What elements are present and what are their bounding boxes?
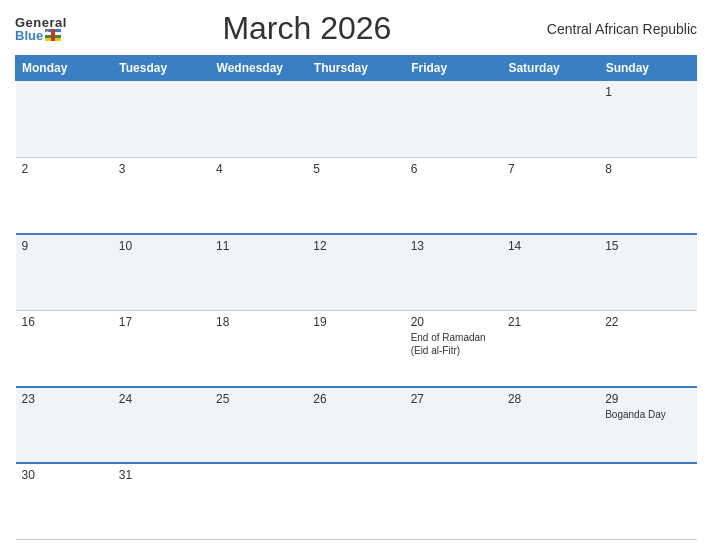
day-number: 6 <box>411 162 496 176</box>
calendar-cell <box>502 81 599 158</box>
page-header: General Blue March 2026 Central African … <box>15 10 697 47</box>
day-number: 21 <box>508 315 593 329</box>
day-number: 19 <box>313 315 398 329</box>
calendar-cell: 6 <box>405 157 502 234</box>
day-number: 11 <box>216 239 301 253</box>
calendar-cell <box>405 463 502 540</box>
day-number: 26 <box>313 392 398 406</box>
weekday-header-saturday: Saturday <box>502 56 599 81</box>
calendar-week-row: 1 <box>16 81 697 158</box>
calendar-cell: 13 <box>405 234 502 311</box>
calendar-cell: 24 <box>113 387 210 464</box>
day-number: 9 <box>22 239 107 253</box>
country-name: Central African Republic <box>547 21 697 37</box>
calendar-week-row: 2345678 <box>16 157 697 234</box>
calendar-title: March 2026 <box>222 10 391 47</box>
day-number: 27 <box>411 392 496 406</box>
day-number: 25 <box>216 392 301 406</box>
calendar-week-row: 9101112131415 <box>16 234 697 311</box>
calendar-cell: 3 <box>113 157 210 234</box>
day-number: 8 <box>605 162 690 176</box>
calendar-cell: 31 <box>113 463 210 540</box>
calendar-cell: 5 <box>307 157 404 234</box>
calendar-cell: 2 <box>16 157 113 234</box>
logo-flag-icon <box>45 29 61 41</box>
calendar-cell: 15 <box>599 234 696 311</box>
calendar-cell <box>502 463 599 540</box>
calendar-cell: 23 <box>16 387 113 464</box>
weekday-header-thursday: Thursday <box>307 56 404 81</box>
day-number: 3 <box>119 162 204 176</box>
calendar-week-row: 23242526272829Boganda Day <box>16 387 697 464</box>
day-number: 28 <box>508 392 593 406</box>
day-number: 12 <box>313 239 398 253</box>
calendar-cell <box>307 81 404 158</box>
calendar-cell: 12 <box>307 234 404 311</box>
calendar-cell: 27 <box>405 387 502 464</box>
day-number: 2 <box>22 162 107 176</box>
day-number: 5 <box>313 162 398 176</box>
calendar-cell: 30 <box>16 463 113 540</box>
logo: General Blue <box>15 16 67 42</box>
day-number: 7 <box>508 162 593 176</box>
day-number: 31 <box>119 468 204 482</box>
day-number: 20 <box>411 315 496 329</box>
calendar-week-row: 3031 <box>16 463 697 540</box>
day-number: 17 <box>119 315 204 329</box>
day-number: 29 <box>605 392 690 406</box>
calendar-cell: 25 <box>210 387 307 464</box>
day-number: 24 <box>119 392 204 406</box>
day-number: 22 <box>605 315 690 329</box>
logo-general-text: General <box>15 16 67 29</box>
calendar-cell: 1 <box>599 81 696 158</box>
calendar-table: MondayTuesdayWednesdayThursdayFridaySatu… <box>15 55 697 540</box>
event-text: Boganda Day <box>605 408 690 421</box>
calendar-cell: 7 <box>502 157 599 234</box>
day-number: 10 <box>119 239 204 253</box>
calendar-cell: 16 <box>16 310 113 387</box>
calendar-cell <box>405 81 502 158</box>
day-number: 30 <box>22 468 107 482</box>
calendar-cell: 19 <box>307 310 404 387</box>
weekday-header-sunday: Sunday <box>599 56 696 81</box>
weekday-header-wednesday: Wednesday <box>210 56 307 81</box>
day-number: 14 <box>508 239 593 253</box>
calendar-week-row: 1617181920End of Ramadan (Eid al-Fitr)21… <box>16 310 697 387</box>
weekday-header-tuesday: Tuesday <box>113 56 210 81</box>
day-number: 16 <box>22 315 107 329</box>
svg-rect-4 <box>51 29 55 41</box>
weekday-header-friday: Friday <box>405 56 502 81</box>
calendar-cell: 26 <box>307 387 404 464</box>
event-text: End of Ramadan (Eid al-Fitr) <box>411 331 496 357</box>
calendar-cell <box>599 463 696 540</box>
calendar-cell: 10 <box>113 234 210 311</box>
calendar-cell <box>113 81 210 158</box>
day-number: 15 <box>605 239 690 253</box>
day-number: 23 <box>22 392 107 406</box>
calendar-cell: 4 <box>210 157 307 234</box>
day-number: 13 <box>411 239 496 253</box>
calendar-cell <box>210 81 307 158</box>
calendar-cell: 29Boganda Day <box>599 387 696 464</box>
calendar-cell: 9 <box>16 234 113 311</box>
calendar-cell: 17 <box>113 310 210 387</box>
weekday-header-monday: Monday <box>16 56 113 81</box>
calendar-cell: 11 <box>210 234 307 311</box>
calendar-cell: 21 <box>502 310 599 387</box>
calendar-cell <box>210 463 307 540</box>
day-number: 4 <box>216 162 301 176</box>
calendar-cell: 18 <box>210 310 307 387</box>
day-number: 1 <box>605 85 690 99</box>
calendar-cell: 22 <box>599 310 696 387</box>
logo-blue-text: Blue <box>15 29 61 42</box>
calendar-cell: 14 <box>502 234 599 311</box>
calendar-cell: 28 <box>502 387 599 464</box>
calendar-cell: 8 <box>599 157 696 234</box>
calendar-cell <box>16 81 113 158</box>
calendar-cell: 20End of Ramadan (Eid al-Fitr) <box>405 310 502 387</box>
weekday-header-row: MondayTuesdayWednesdayThursdayFridaySatu… <box>16 56 697 81</box>
calendar-cell <box>307 463 404 540</box>
day-number: 18 <box>216 315 301 329</box>
